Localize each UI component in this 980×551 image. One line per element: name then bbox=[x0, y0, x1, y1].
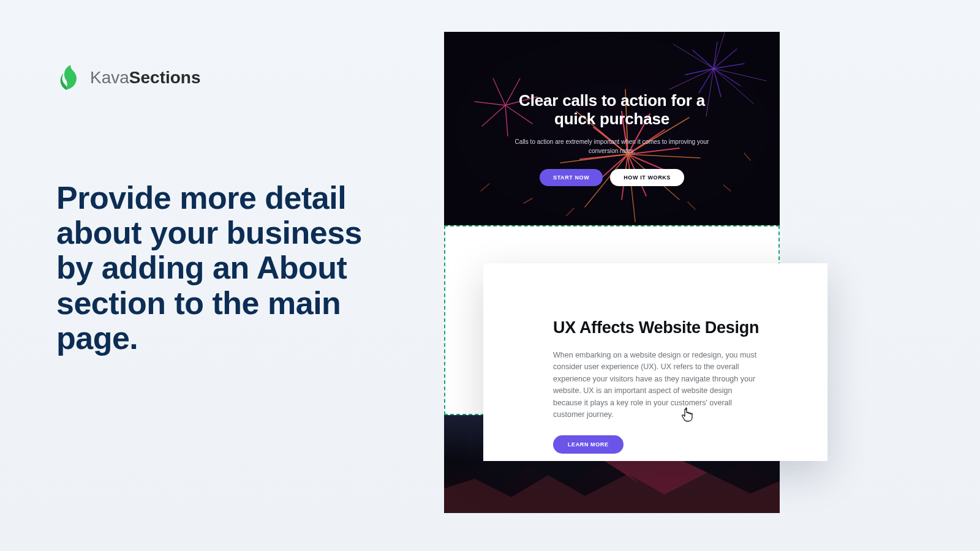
svg-line-41 bbox=[567, 208, 574, 216]
brand-lockup: KavaSections bbox=[58, 63, 201, 92]
hero-button-row: START NOW HOW IT WORKS bbox=[444, 169, 780, 186]
brand-logo-icon bbox=[58, 63, 83, 92]
svg-line-40 bbox=[524, 198, 532, 203]
about-card-body: When embarking on a website design or re… bbox=[553, 350, 761, 421]
promo-canvas: KavaSections Provide more detail about y… bbox=[0, 0, 980, 551]
about-section-card[interactable]: UX Affects Website Design When embarking… bbox=[483, 263, 827, 461]
promo-headline: Provide more detail about your business … bbox=[56, 181, 399, 356]
start-now-button[interactable]: START NOW bbox=[540, 169, 603, 186]
hero-section-preview: Clear calls to action for a quick purcha… bbox=[444, 32, 780, 225]
brand-name-bold: Sections bbox=[129, 68, 201, 87]
brand-name: KavaSections bbox=[90, 68, 201, 88]
how-it-works-button[interactable]: HOW IT WORKS bbox=[610, 169, 684, 186]
svg-line-42 bbox=[688, 202, 695, 209]
learn-more-button[interactable]: LEARN MORE bbox=[553, 435, 624, 454]
hero-subtitle: Calls to action are extremely important … bbox=[502, 137, 722, 156]
brand-name-light: Kava bbox=[90, 68, 129, 87]
about-card-title: UX Affects Website Design bbox=[553, 318, 791, 337]
hero-title: Clear calls to action for a quick purcha… bbox=[502, 92, 722, 129]
